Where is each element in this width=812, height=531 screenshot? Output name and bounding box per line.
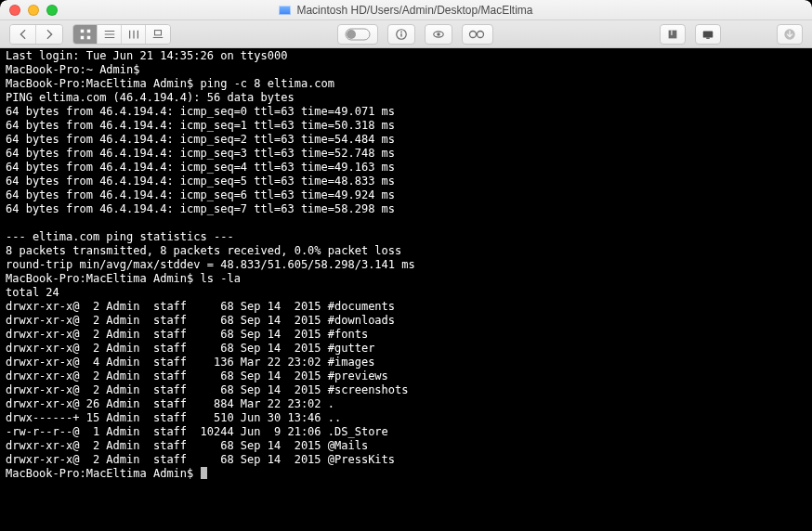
nav-back-forward [9, 24, 63, 45]
ls-row: drwxr-xr-x@ 2 Admin staff 68 Sep 14 2015… [6, 383, 408, 396]
view-list-button[interactable] [98, 25, 122, 44]
ping-line: 64 bytes from 46.4.194.4: icmp_seq=1 ttl… [6, 119, 395, 132]
terminal-button[interactable] [695, 24, 721, 45]
ping-stats-header: --- eltima.com ping statistics --- [6, 230, 234, 243]
command: ping -c 8 eltima.com [201, 77, 335, 90]
ls-row: drwxr-xr-x@ 2 Admin staff 68 Sep 14 2015… [6, 439, 368, 452]
command: ls -la [201, 272, 241, 285]
svg-rect-4 [155, 30, 162, 34]
view-columns-button[interactable] [122, 25, 146, 44]
ls-row: drwxr-xr-x@ 26 Admin staff 884 Mar 22 23… [6, 397, 334, 410]
preview-button[interactable] [425, 24, 452, 45]
ping-header: PING eltima.com (46.4.194.4): 56 data by… [6, 91, 295, 104]
svg-rect-0 [80, 29, 84, 32]
zoom-button[interactable] [46, 5, 58, 16]
ping-stats-line: 8 packets transmitted, 8 packets receive… [6, 244, 401, 257]
cursor [201, 467, 207, 479]
svg-rect-15 [671, 30, 672, 34]
ls-row: drwxr-xr-x@ 2 Admin staff 68 Sep 14 2015… [6, 300, 395, 313]
svg-point-8 [400, 31, 402, 32]
ping-line: 64 bytes from 46.4.194.4: icmp_seq=0 ttl… [6, 105, 395, 118]
svg-rect-1 [86, 29, 90, 32]
svg-point-12 [470, 31, 477, 37]
prompt: MacBook-Pro:MacEltima Admin$ [6, 272, 201, 285]
ping-line: 64 bytes from 46.4.194.4: icmp_seq=6 ttl… [6, 188, 395, 201]
ping-line: 64 bytes from 46.4.194.4: icmp_seq=2 ttl… [6, 133, 395, 146]
terminal-output[interactable]: Last login: Tue Jun 21 14:35:26 on ttys0… [0, 48, 812, 531]
titlebar: Macintosh HD/Users/Admin/Desktop/MacElti… [0, 0, 812, 20]
svg-rect-14 [669, 30, 677, 38]
ping-line: 64 bytes from 46.4.194.4: icmp_seq=7 ttl… [6, 202, 395, 215]
last-login-line: Last login: Tue Jun 21 14:35:26 on ttys0… [6, 49, 287, 62]
minimize-button[interactable] [28, 5, 39, 16]
ping-line: 64 bytes from 46.4.194.4: icmp_seq=4 ttl… [6, 161, 395, 174]
toggle-switch[interactable] [337, 24, 378, 45]
svg-rect-2 [80, 35, 84, 39]
prompt: MacBook-Pro:MacEltima Admin$ [6, 77, 201, 90]
ls-row: drwxr-xr-x@ 2 Admin staff 68 Sep 14 2015… [6, 453, 395, 466]
svg-rect-3 [86, 35, 90, 39]
ls-row: drwxr-xr-x@ 2 Admin staff 68 Sep 14 2015… [6, 369, 388, 382]
ls-row: -rw-r--r--@ 1 Admin staff 10244 Jun 9 21… [6, 425, 388, 438]
ping-line: 64 bytes from 46.4.194.4: icmp_seq=3 ttl… [6, 147, 395, 160]
svg-point-6 [347, 30, 356, 39]
ls-row: drwxr-xr-x@ 4 Admin staff 136 Mar 22 23:… [6, 356, 374, 369]
svg-rect-9 [400, 33, 401, 37]
ls-row: drwxr-xr-x@ 2 Admin staff 68 Sep 14 2015… [6, 328, 368, 341]
download-button[interactable] [777, 24, 803, 45]
window-title: Macintosh HD/Users/Admin/Desktop/MacElti… [0, 4, 812, 17]
archive-button[interactable] [660, 24, 686, 45]
ping-stats-line: round-trip min/avg/max/stddev = 48.833/5… [6, 258, 415, 271]
svg-point-13 [478, 31, 484, 37]
view-coverflow-button[interactable] [146, 25, 170, 44]
svg-rect-16 [703, 31, 714, 37]
folder-icon [279, 6, 291, 15]
back-button[interactable] [10, 25, 36, 44]
info-button[interactable] [387, 24, 415, 45]
search-button[interactable] [462, 24, 493, 45]
prompt: MacBook-Pro:~ Admin$ [6, 63, 147, 76]
ls-row: drwxr-xr-x@ 2 Admin staff 68 Sep 14 2015… [6, 314, 395, 327]
prompt: MacBook-Pro:MacEltima Admin$ [6, 467, 201, 480]
view-mode-segment [72, 24, 171, 45]
ls-row: drwx------+ 15 Admin staff 510 Jun 30 13… [6, 411, 341, 424]
view-icons-button[interactable] [73, 25, 98, 44]
toolbar [0, 20, 812, 48]
svg-rect-17 [706, 37, 710, 38]
close-button[interactable] [9, 5, 20, 16]
window-title-text: Macintosh HD/Users/Admin/Desktop/MacElti… [296, 4, 532, 17]
ls-total: total 24 [6, 286, 59, 299]
ping-line: 64 bytes from 46.4.194.4: icmp_seq=5 ttl… [6, 175, 395, 188]
ls-row: drwxr-xr-x@ 2 Admin staff 68 Sep 14 2015… [6, 342, 374, 355]
forward-button[interactable] [36, 25, 62, 44]
svg-point-11 [437, 32, 440, 36]
